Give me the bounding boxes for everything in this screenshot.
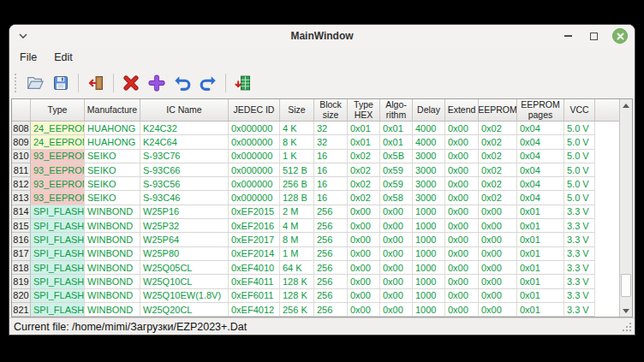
export-excel-button[interactable] [232,72,254,94]
row-header-cell[interactable]: 821 [12,303,31,317]
table-row[interactable]: 81093_EEPROMSEIKOS-93C760x0000001 K160x0… [12,150,619,163]
column-header-eeprom[interactable]: EEPROM [479,99,517,121]
cell-block_size[interactable]: 16 [314,191,348,205]
cell-extend[interactable]: 0x00 [445,233,479,246]
cell-jedec_id[interactable]: 0xEF4012 [229,303,280,317]
minimize-button[interactable] [561,29,575,43]
cell-block_size[interactable]: 256 [314,247,348,261]
window-menu-chevron-icon[interactable] [16,29,30,43]
table-row[interactable]: 80824_EEPROMHUAHONGK24C320x0000004 K320x… [12,122,619,135]
cell-block_size[interactable]: 16 [314,177,348,191]
cell-size[interactable]: 128 K [280,275,314,288]
cell-type_hex[interactable]: 0x01 [348,135,380,149]
cell-eeprom_pages[interactable]: 0x04 [517,177,564,191]
row-header-cell[interactable]: 819 [12,275,31,288]
cell-size[interactable]: 128 K [280,289,314,303]
cell-type[interactable]: 93_EEPROM [31,177,85,191]
cell-delay[interactable]: 1000 [413,205,445,219]
cell-type_hex[interactable]: 0x00 [348,219,380,233]
cell-ic_name[interactable]: W25P64 [140,233,229,246]
cell-type_hex[interactable]: 0x01 [348,122,380,135]
cell-type_hex[interactable]: 0x02 [348,150,380,163]
cell-extend[interactable]: 0x00 [445,135,479,149]
vertical-scrollbar[interactable] [619,99,632,317]
cell-ic_name[interactable]: S-93C76 [140,150,229,163]
column-header-ic_name[interactable]: IC Name [140,99,229,121]
cell-vcc[interactable]: 5.0 V [564,150,595,163]
cell-jedec_id[interactable]: 0xEF2017 [229,233,280,246]
cell-size[interactable]: 4 M [280,219,314,233]
scrollbar-track[interactable] [620,111,632,305]
menu-file[interactable]: File [18,50,39,65]
resize-grip[interactable] [623,323,632,332]
cell-extend[interactable]: 0x00 [445,275,479,288]
cell-algorithm[interactable]: 0x00 [380,261,413,275]
cell-type[interactable]: SPI_FLASH [31,233,85,246]
cell-ic_name[interactable]: S-93C46 [140,191,229,205]
cell-type[interactable]: SPI_FLASH [31,303,85,317]
cell-eeprom_pages[interactable]: 0x04 [517,150,564,163]
cell-extend[interactable]: 0x00 [445,163,479,177]
cell-jedec_id[interactable]: 0x000000 [229,177,280,191]
cell-block_size[interactable]: 256 [314,289,348,303]
cell-block_size[interactable]: 32 [314,122,348,135]
cell-size[interactable]: 4 K [280,122,314,135]
cell-eeprom_pages[interactable]: 0x04 [517,191,564,205]
cell-eeprom_pages[interactable]: 0x01 [517,303,564,317]
cell-block_size[interactable]: 256 [314,205,348,219]
scroll-up-button[interactable] [620,99,632,111]
cell-type_hex[interactable]: 0x00 [348,205,380,219]
table-row[interactable]: 816SPI_FLASHWINBONDW25P640xEF20178 M2560… [12,233,619,246]
cell-manufacture[interactable]: WINBOND [85,205,140,219]
cell-block_size[interactable]: 256 [314,261,348,275]
row-header-cell[interactable]: 815 [12,219,31,233]
cell-type_hex[interactable]: 0x02 [348,191,380,205]
toolbar-grip[interactable] [15,74,19,92]
cell-size[interactable]: 8 M [280,233,314,246]
cell-vcc[interactable]: 5.0 V [564,135,595,149]
cell-algorithm[interactable]: 0x00 [380,303,413,317]
cell-extend[interactable]: 0x00 [445,191,479,205]
table-row[interactable]: 821SPI_FLASHWINBONDW25Q20CL0xEF4012256 K… [12,303,619,317]
cell-eeprom_pages[interactable]: 0x01 [517,261,564,275]
cell-eeprom[interactable]: 0x02 [479,150,517,163]
cell-vcc[interactable]: 5.0 V [564,177,595,191]
cell-ic_name[interactable]: W25Q20CL [140,303,229,317]
cell-jedec_id[interactable]: 0x000000 [229,150,280,163]
cell-jedec_id[interactable]: 0xEF4011 [229,275,280,288]
column-header-vcc[interactable]: VCC [564,99,595,121]
cell-algorithm[interactable]: 0x5B [380,150,413,163]
cell-algorithm[interactable]: 0x58 [380,191,413,205]
column-header-block_size[interactable]: Block size [314,99,348,121]
cell-jedec_id[interactable]: 0xEF2014 [229,247,280,261]
cell-manufacture[interactable]: SEIKO [85,150,140,163]
table-row[interactable]: 81193_EEPROMSEIKOS-93C660x000000512 B160… [12,163,619,177]
row-header-cell[interactable]: 820 [12,289,31,303]
cell-delay[interactable]: 4000 [413,122,445,135]
cell-manufacture[interactable]: WINBOND [85,289,140,303]
cell-eeprom_pages[interactable]: 0x04 [517,122,564,135]
cell-delay[interactable]: 1000 [413,219,445,233]
cell-block_size[interactable]: 16 [314,150,348,163]
cell-ic_name[interactable]: W25Q05CL [140,261,229,275]
cell-algorithm[interactable]: 0x00 [380,289,413,303]
column-header-jedec_id[interactable]: JEDEC ID [229,99,280,121]
column-header-delay[interactable]: Delay [413,99,445,121]
cell-ic_name[interactable]: W25P16 [140,205,229,219]
row-header-cell[interactable]: 812 [12,177,31,191]
cell-eeprom[interactable]: 0x00 [479,247,517,261]
cell-size[interactable]: 1 K [280,150,314,163]
cell-type[interactable]: 93_EEPROM [31,163,85,177]
menu-edit[interactable]: Edit [52,50,75,65]
cell-algorithm[interactable]: 0x00 [380,219,413,233]
delete-row-button[interactable] [120,72,142,94]
row-header-cell[interactable]: 813 [12,191,31,205]
cell-type[interactable]: 93_EEPROM [31,150,85,163]
table-row[interactable]: 81293_EEPROMSEIKOS-93C560x000000256 B160… [12,177,619,191]
cell-type_hex[interactable]: 0x00 [348,275,380,288]
cell-eeprom_pages[interactable]: 0x04 [517,135,564,149]
column-header-num[interactable] [12,99,31,121]
row-header-cell[interactable]: 811 [12,163,31,177]
cell-manufacture[interactable]: WINBOND [85,275,140,288]
cell-ic_name[interactable]: S-93C66 [140,163,229,177]
